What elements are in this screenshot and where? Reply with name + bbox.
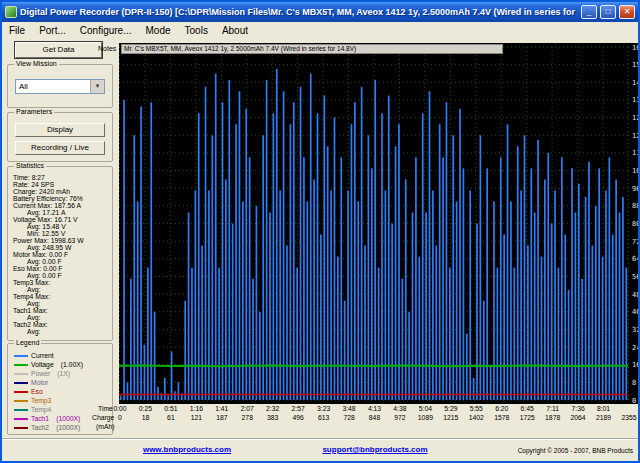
recording-live-button[interactable]: Recording / Live — [15, 141, 105, 155]
menu-item-tools[interactable]: Tools — [178, 24, 215, 37]
time-tick: 3:48 — [336, 405, 362, 412]
legend-label: Motor — [31, 379, 48, 386]
legend-swatch-current — [14, 355, 28, 357]
svg-text:160: 160 — [632, 44, 640, 52]
charge-tick: 2189 — [591, 414, 617, 421]
statistics-group: Statistics Time: 8:27Rate: 24 SPSCharge:… — [7, 166, 113, 341]
axis-area: Time Charge (mAh) 0:000:250:511:161:412:… — [2, 404, 640, 436]
support-email-link[interactable]: support@bnbproducts.com — [290, 445, 460, 454]
stat-line: Temp4 Max: — [13, 293, 110, 300]
app-icon — [5, 6, 17, 18]
menu-item-file[interactable]: File — [2, 24, 32, 37]
view-mission-group: View Mission All ▼ — [7, 64, 113, 108]
app-window: Digital Power Recorder (DPR-II-150) [C:\… — [0, 0, 640, 463]
chevron-down-icon[interactable]: ▼ — [90, 80, 104, 93]
legend-item-motor[interactable]: Motor — [14, 378, 110, 387]
time-tick: 2:57 — [285, 405, 311, 412]
menu-bar: FilePort...Configure...ModeToolsAbout — [2, 22, 638, 38]
charge-tick: 972 — [387, 414, 413, 421]
stat-line: Tach1 Max: — [13, 307, 110, 314]
stat-line: Current Max: 187.56 A — [13, 202, 110, 209]
svg-text:96: 96 — [632, 185, 640, 193]
maximize-button[interactable]: □ — [600, 5, 616, 19]
svg-text:128: 128 — [632, 114, 640, 122]
chart-area: 0816243240485664728088961041121201281361… — [119, 43, 640, 404]
stat-line: Eso Max: 0.00 F — [13, 265, 110, 272]
legend-label: Current — [31, 352, 54, 359]
statistics-list: Time: 8:27Rate: 24 SPSCharge: 2420 mAhBa… — [13, 174, 110, 335]
time-tick: 6:20 — [489, 405, 515, 412]
stat-line: Motor Max: 0.00 F — [13, 251, 110, 258]
time-tick-row: 0:000:250:511:161:412:072:322:573:233:48… — [2, 405, 640, 413]
display-button[interactable]: Display — [15, 123, 105, 137]
chart-plot: 0816243240485664728088961041121201281361… — [119, 43, 640, 404]
stat-line: Battery Efficiency: 76% — [13, 195, 110, 202]
stat-line: Rate: 24 SPS — [13, 181, 110, 188]
stat-line: Tach2 Max: — [13, 321, 110, 328]
charge-tick: 61 — [158, 414, 184, 421]
parameters-title: Parameters — [14, 108, 54, 115]
parameters-group: Parameters Display Recording / Live — [7, 112, 113, 162]
legend-title: Legend — [14, 339, 41, 346]
close-button[interactable]: ✕ — [619, 5, 635, 19]
svg-text:144: 144 — [632, 79, 640, 87]
svg-text:32: 32 — [632, 326, 640, 334]
stat-line: Avg: 248.95 W — [13, 244, 110, 251]
stat-line: Voltage Max: 16.71 V — [13, 216, 110, 223]
svg-text:0: 0 — [632, 397, 636, 405]
charge-tick: 1878 — [540, 414, 566, 421]
notes-label: Notes — [98, 45, 116, 52]
time-tick: 0:25 — [132, 405, 158, 412]
charge-tick: 728 — [336, 414, 362, 421]
stat-line: Avg: — [13, 286, 110, 293]
charge-tick: 496 — [285, 414, 311, 421]
menu-item-about[interactable]: About — [215, 24, 255, 37]
svg-text:88: 88 — [632, 202, 640, 210]
legend-item-current[interactable]: Current — [14, 351, 110, 360]
svg-text:136: 136 — [632, 96, 640, 104]
website-link[interactable]: www.bnbproducts.com — [112, 445, 262, 454]
time-tick: 7:11 — [540, 405, 566, 412]
view-mission-title: View Mission — [14, 60, 59, 67]
time-tick: 1:41 — [209, 405, 235, 412]
title-bar[interactable]: Digital Power Recorder (DPR-II-150) [C:\… — [2, 2, 638, 22]
window-title: Digital Power Recorder (DPR-II-150) [C:\… — [20, 7, 578, 17]
menu-item-port[interactable]: Port... — [32, 24, 73, 37]
svg-text:8: 8 — [632, 379, 636, 387]
time-tick: 5:04 — [412, 405, 438, 412]
get-data-button[interactable]: Get Data — [15, 42, 102, 58]
charge-tick: 1725 — [514, 414, 540, 421]
stat-line: Time: 8:27 — [13, 174, 110, 181]
time-tick: 0:00 — [107, 405, 133, 412]
legend-item-eso[interactable]: Eso — [14, 387, 110, 396]
charge-axis-unit: (mAh) — [96, 423, 115, 430]
stat-line: Avg: 0.00 F — [13, 258, 110, 265]
time-tick: 5:29 — [438, 405, 464, 412]
time-tick: 7:36 — [565, 405, 591, 412]
legend-label: Temp3 — [31, 397, 51, 404]
stat-line: Avg: 17.21 A — [13, 209, 110, 216]
statistics-title: Statistics — [14, 162, 46, 169]
svg-text:112: 112 — [632, 149, 640, 157]
legend-item-voltage[interactable]: Voltage(1.00X) — [14, 360, 110, 369]
legend-scale: (1X) — [57, 370, 70, 377]
legend-label: Power — [31, 370, 50, 377]
time-tick: 4:38 — [387, 405, 413, 412]
time-tick: 2:32 — [260, 405, 286, 412]
time-tick: 0:51 — [158, 405, 184, 412]
mission-select[interactable]: All ▼ — [15, 79, 105, 94]
legend-item-power[interactable]: Power(1X) — [14, 369, 110, 378]
stat-line: Charge: 2420 mAh — [13, 188, 110, 195]
svg-text:56: 56 — [632, 273, 640, 281]
svg-text:152: 152 — [632, 61, 640, 69]
charge-tick: 1089 — [412, 414, 438, 421]
menu-item-mode[interactable]: Mode — [139, 24, 178, 37]
stat-line: Power Max: 1998.63 W — [13, 237, 110, 244]
charge-tick: 187 — [209, 414, 235, 421]
menu-item-configure[interactable]: Configure... — [73, 24, 139, 37]
svg-text:120: 120 — [632, 132, 640, 140]
svg-text:72: 72 — [632, 238, 640, 246]
minimize-button[interactable]: _ — [581, 5, 597, 19]
stat-line: Avg: 15.48 V — [13, 223, 110, 230]
charge-tick: 848 — [362, 414, 388, 421]
